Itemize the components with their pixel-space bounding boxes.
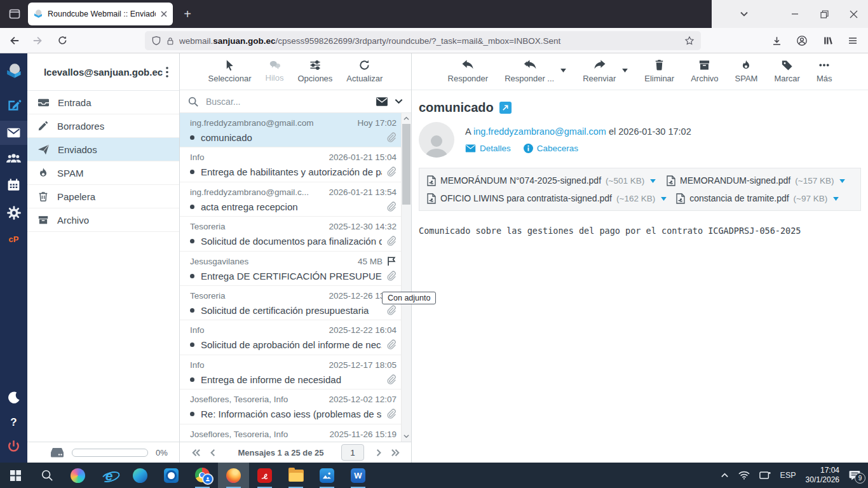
lock-icon[interactable] [166, 36, 175, 46]
taskbar-firefox-button[interactable] [218, 463, 249, 488]
open-in-new-window-icon[interactable] [499, 102, 512, 114]
message-row[interactable]: ing.freddyzambrano@gmail.comHoy 17:02 co… [180, 113, 402, 147]
tray-chevron-up-icon[interactable] [721, 471, 729, 480]
contacts-nav-icon[interactable] [6, 151, 22, 165]
recipient-email-link[interactable]: ing.freddyzambrano@gmail.com [473, 126, 606, 137]
tabs-list-chevron-icon[interactable] [729, 0, 759, 28]
archive-button[interactable]: Archivo [691, 59, 718, 83]
next-page-icon[interactable] [370, 445, 387, 460]
reply-button[interactable]: Responder [448, 59, 489, 83]
scroll-up-icon[interactable] [402, 114, 411, 123]
back-button[interactable] [4, 30, 24, 51]
headers-link[interactable]: Cabeceras [524, 144, 578, 153]
message-row[interactable]: Info2025-12-17 18:05 Entrega de informe … [180, 355, 402, 390]
window-restore-button[interactable] [810, 0, 839, 28]
message-row[interactable]: Joseflores, Tesoreria, Info2025-11-26 15… [180, 424, 402, 442]
message-row[interactable]: Joseflores, Tesoreria, Info2025-12-02 12… [180, 390, 402, 424]
logout-power-icon[interactable] [6, 439, 21, 454]
taskbar-copilot-button[interactable] [62, 463, 93, 488]
folder-item-borradores[interactable]: Borradores [27, 114, 179, 138]
taskbar-photos-button[interactable] [311, 463, 342, 488]
new-tab-button[interactable]: + [178, 4, 197, 24]
taskbar-file-explorer-button[interactable] [280, 463, 311, 488]
search-input[interactable] [205, 96, 370, 107]
message-row[interactable]: Tesoreria2025-12-30 14:32 Solicitud de d… [180, 217, 402, 251]
taskbar-search-button[interactable] [31, 463, 62, 488]
last-page-icon[interactable] [387, 445, 403, 460]
taskbar-edge-button[interactable] [125, 463, 156, 488]
attachment-item[interactable]: MEMORÁNDUM N°074-2025-signed.pdf (~501 K… [427, 175, 657, 186]
reply-all-menu-caret[interactable] [560, 68, 566, 72]
select-button[interactable]: Seleccionar [208, 59, 252, 83]
attachment-menu-caret[interactable] [833, 196, 839, 201]
message-row[interactable]: ing.freddyzambrano@gmail.c...2026-01-21 … [180, 182, 402, 217]
threads-button[interactable]: Hilos [266, 59, 284, 83]
firefox-view-icon[interactable] [5, 4, 24, 24]
taskbar-chrome-button[interactable] [187, 463, 218, 488]
prev-page-icon[interactable] [204, 445, 220, 460]
taskbar-clock[interactable]: 17:04 30/1/2026 [806, 466, 839, 485]
wifi-icon[interactable] [738, 471, 750, 480]
cpanel-logo[interactable]: cP [9, 234, 19, 244]
attachment-item[interactable]: MEMORANDUM-signed.pdf (~157 KB) [667, 175, 845, 186]
message-row[interactable]: Info2025-12-22 16:04 Solicitud de aproba… [180, 320, 402, 355]
search-scope-envelope-icon[interactable] [376, 97, 388, 107]
bookmark-star-icon[interactable] [684, 36, 695, 46]
help-icon[interactable]: ? [10, 416, 17, 429]
mail-nav-icon[interactable] [0, 121, 27, 145]
menu-hamburger-icon[interactable] [843, 30, 863, 51]
mark-button[interactable]: Marcar [774, 59, 799, 83]
more-button[interactable]: Más [817, 59, 832, 83]
attachment-menu-caret[interactable] [661, 196, 667, 201]
browser-tab[interactable]: Roundcube Webmail :: Enviados [28, 3, 173, 25]
page-number-input[interactable]: 1 [341, 444, 364, 461]
refresh-button[interactable]: Actualizar [346, 59, 383, 83]
message-row[interactable]: Info2026-01-21 15:04 Entrega de habilita… [180, 147, 402, 182]
account-icon[interactable] [792, 30, 812, 51]
settings-gear-icon[interactable] [6, 205, 22, 220]
taskbar-internet-explorer-button[interactable]: e [93, 463, 125, 488]
tracking-shield-icon[interactable] [151, 36, 161, 46]
reload-button[interactable] [52, 30, 72, 51]
library-icon[interactable] [817, 30, 837, 51]
folder-item-papelera[interactable]: Papelera [27, 185, 179, 208]
delete-button[interactable]: Eliminar [644, 59, 674, 83]
taskbar-acrobat-button[interactable] [249, 463, 280, 488]
reply-all-button[interactable]: Responder ... [505, 59, 554, 83]
keyboard-language-indicator[interactable]: ESP [780, 471, 796, 480]
folder-menu-kebab-icon[interactable] [160, 64, 174, 79]
folder-item-archivo[interactable]: Archivo [27, 208, 179, 232]
options-button[interactable]: Opciones [297, 59, 332, 83]
taskbar-word-button[interactable]: W [342, 463, 374, 488]
forward-button[interactable] [28, 30, 48, 51]
attachment-menu-caret[interactable] [839, 179, 845, 183]
forward-menu-caret[interactable] [622, 68, 628, 72]
scrollbar-thumb[interactable] [402, 124, 410, 205]
spam-button[interactable]: SPAM [735, 59, 758, 83]
first-page-icon[interactable] [187, 445, 204, 460]
start-button[interactable] [0, 463, 31, 488]
window-minimize-button[interactable] [780, 0, 810, 28]
address-bar[interactable]: webmail.sanjuan.gob.ec/cpsess9598262699/… [145, 31, 701, 50]
downloads-icon[interactable] [766, 30, 787, 51]
attachment-item[interactable]: constancia de tramite.pdf (~97 KB) [676, 193, 839, 204]
folder-item-enviados[interactable]: Enviados [27, 138, 179, 161]
window-close-button[interactable] [839, 0, 868, 28]
message-row[interactable]: Tesoreria2025-12-26 13:13 Solicitud de c… [180, 286, 402, 320]
list-scrollbar[interactable] [401, 113, 411, 442]
tab-close-icon[interactable] [160, 10, 168, 18]
forward-button[interactable]: Reenviar [583, 59, 616, 83]
compose-icon[interactable] [6, 97, 22, 113]
scroll-down-icon[interactable] [402, 431, 411, 441]
folder-item-spam[interactable]: SPAM [27, 161, 179, 185]
details-link[interactable]: Detalles [465, 144, 511, 153]
calendar-nav-icon[interactable] [6, 178, 21, 193]
display-connect-icon[interactable] [759, 471, 771, 480]
folder-item-entrada[interactable]: Entrada [27, 91, 179, 114]
attachment-item[interactable]: OFICIO LIWINS para contratista-signed.pd… [427, 193, 667, 204]
message-row[interactable]: Jesusgavilanes45 MB Entrega DE CERTIFICA… [180, 252, 402, 286]
dark-mode-moon-icon[interactable] [7, 391, 21, 405]
search-options-chevron-icon[interactable] [394, 97, 403, 106]
attachment-menu-caret[interactable] [650, 179, 656, 183]
notification-center-button[interactable]: 9 [849, 470, 860, 480]
